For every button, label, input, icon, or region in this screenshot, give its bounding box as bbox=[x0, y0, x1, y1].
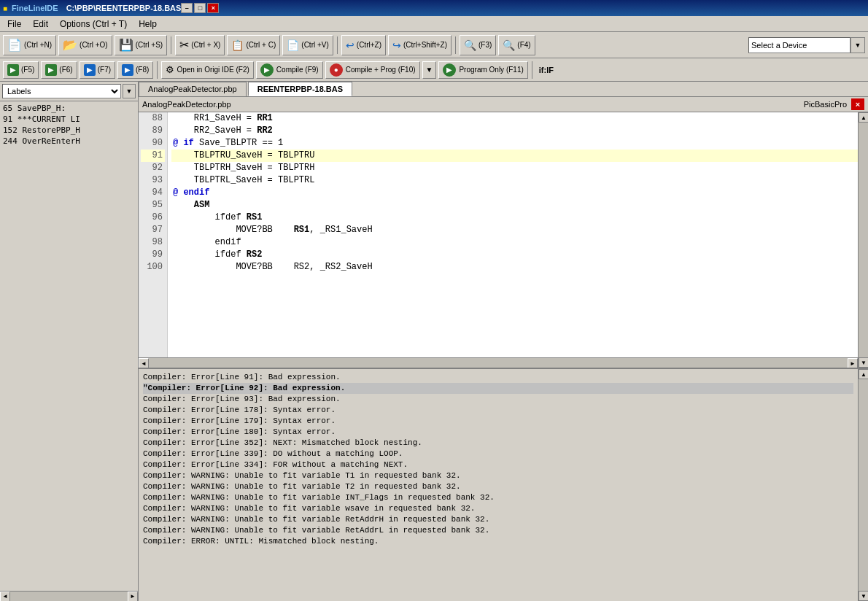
code-scroll-right[interactable]: ► bbox=[848, 358, 858, 368]
minimize-btn[interactable]: – bbox=[181, 3, 193, 13]
device-selector: ▼ bbox=[748, 37, 865, 53]
redo-icon: ↪ bbox=[392, 39, 401, 51]
sidebar-hscroll[interactable]: ◄ ► bbox=[0, 592, 138, 602]
compiler-label: PicBasicPro bbox=[804, 100, 847, 109]
save-button[interactable]: 💾 (Ctrl +S) bbox=[115, 35, 168, 55]
close-btn[interactable]: × bbox=[207, 3, 219, 13]
stepinto-button[interactable]: ▶ (F7) bbox=[80, 61, 115, 79]
output-scrollbar: ▲ ▼ bbox=[858, 369, 868, 601]
app-title: FineLineIDE C:\PBP\REENTERPBP-18.BAS bbox=[12, 4, 181, 12]
maximize-btn[interactable]: □ bbox=[194, 3, 206, 13]
sidebar-scrollbar: ◄ ► bbox=[0, 591, 138, 601]
code-vscrollbar: ▲ ▼ bbox=[858, 112, 868, 368]
save-icon: 💾 bbox=[119, 38, 133, 52]
device-dropdown-btn[interactable]: ▼ bbox=[850, 37, 865, 53]
stepover-label: (F8) bbox=[136, 66, 149, 74]
prog-only-button[interactable]: ▶ Program Only (F11) bbox=[438, 61, 527, 79]
cut-icon: ✂ bbox=[179, 38, 189, 52]
open-button[interactable]: 📂 (Ctrl +O) bbox=[58, 35, 112, 55]
device-input[interactable] bbox=[748, 37, 850, 53]
sidebar: Labels Variables Functions ▼ 65 SavePBP_… bbox=[0, 82, 139, 601]
menu-edit[interactable]: Edit bbox=[27, 18, 54, 31]
stepover-icon: ▶ bbox=[122, 64, 133, 76]
stepover-button[interactable]: ▶ (F8) bbox=[117, 61, 153, 79]
editor-close-btn[interactable]: × bbox=[851, 98, 864, 110]
code-lines[interactable]: RR1_SaveH = RR1 RR2_SaveH = RR2 @ if Sav… bbox=[168, 112, 858, 357]
compile-label: Compile (F9) bbox=[276, 66, 319, 74]
code-line-93: TBLPTRL_SaveH = TBLPTRL bbox=[171, 174, 858, 187]
code-line-89: RR2_SaveH = RR2 bbox=[171, 125, 858, 137]
tab-analog[interactable]: AnalogPeakDetector.pbp bbox=[139, 82, 247, 96]
window-controls: – □ × bbox=[181, 3, 219, 13]
compile-prog-button[interactable]: ● Compile + Prog (F10) bbox=[325, 61, 420, 79]
sidebar-content: 65 SavePBP_H: 91 ***CURRENT LI 152 Resto… bbox=[0, 101, 138, 591]
dropdown-arrow-button[interactable]: ▼ bbox=[422, 61, 437, 79]
menu-options[interactable]: Options (Ctrl + T) bbox=[54, 18, 133, 31]
output-line-4: Compiler: Error[Line 179]: Syntax error. bbox=[143, 416, 853, 427]
redo-label: (Ctrl+Shift+Z) bbox=[403, 41, 447, 49]
output-line-6: Compiler: Error[Line 352]: NEXT: Mismatc… bbox=[143, 438, 853, 449]
code-scroll-down[interactable]: ▼ bbox=[859, 357, 868, 368]
stepinto-label: (F7) bbox=[98, 66, 111, 74]
main-area: Labels Variables Functions ▼ 65 SavePBP_… bbox=[0, 82, 868, 601]
save-label: (Ctrl +S) bbox=[136, 41, 163, 49]
code-scroll-left[interactable]: ◄ bbox=[139, 358, 149, 368]
sidebar-scroll-left[interactable]: ◄ bbox=[0, 592, 10, 602]
sidebar-item-2[interactable]: 152 RestorePBP_H bbox=[1, 125, 136, 136]
code-line-92: TBLPTRH_SaveH = TBLPTRH bbox=[171, 162, 858, 174]
output-scroll-up[interactable]: ▲ bbox=[859, 369, 868, 379]
paste-button[interactable]: 📄 (Ctrl +V) bbox=[282, 35, 333, 55]
output-line-12: Compiler: WARNING: Unable to fit variabl… bbox=[143, 503, 853, 514]
output-line-0: Compiler: Error[Line 91]: Bad expression… bbox=[143, 372, 853, 383]
code-scroll-up[interactable]: ▲ bbox=[859, 112, 868, 123]
line-numbers: 88 89 90 91 92 93 94 95 96 97 98 99 bbox=[139, 112, 168, 357]
output-line-8: Compiler: Error[Line 334]: FOR without a… bbox=[143, 460, 853, 470]
code-line-91: TBLPTRU_SaveH = TBLPTRU bbox=[171, 150, 858, 162]
open-orig-icon: ⚙ bbox=[166, 64, 174, 75]
menu-file[interactable]: File bbox=[1, 18, 27, 31]
replace-button[interactable]: 🔍 (F4) bbox=[498, 35, 535, 55]
sidebar-scroll-track[interactable] bbox=[10, 592, 128, 602]
dropdown-arrow-icon: ▼ bbox=[426, 66, 433, 74]
output-line-2: Compiler: Error[Line 93]: Bad expression… bbox=[143, 394, 853, 405]
redo-button[interactable]: ↪ (Ctrl+Shift+Z) bbox=[388, 35, 452, 55]
tab-reenter[interactable]: REENTERPBP-18.BAS bbox=[248, 82, 352, 96]
output-line-13: Compiler: WARNING: Unable to fit variabl… bbox=[143, 514, 853, 525]
output-line-14: Compiler: WARNING: Unable to fit variabl… bbox=[143, 525, 853, 536]
compile-button[interactable]: ▶ Compile (F9) bbox=[256, 61, 323, 79]
find-button[interactable]: 🔍 (F3) bbox=[460, 35, 496, 55]
output-line-3: Compiler: Error[Line 178]: Syntax error. bbox=[143, 405, 853, 416]
sidebar-scroll-right[interactable]: ► bbox=[128, 592, 138, 602]
cut-button[interactable]: ✂ (Ctrl + X) bbox=[175, 35, 225, 55]
title-bar: ■ FineLineIDE C:\PBP\REENTERPBP-18.BAS –… bbox=[0, 0, 868, 16]
menu-help[interactable]: Help bbox=[133, 18, 163, 31]
open-orig-label: Open in Origi IDE (F2) bbox=[177, 66, 249, 74]
sidebar-item-1[interactable]: 91 ***CURRENT LI bbox=[1, 114, 136, 125]
sidebar-dropdown[interactable]: Labels Variables Functions bbox=[2, 84, 121, 98]
new-button[interactable]: 📄 (Ctrl +N) bbox=[3, 35, 56, 55]
code-hscroll-track[interactable] bbox=[149, 358, 848, 368]
run-button[interactable]: ▶ (F5) bbox=[3, 61, 39, 79]
code-line-94: @ endif bbox=[171, 187, 858, 199]
output-line-9: Compiler: WARNING: Unable to fit variabl… bbox=[143, 470, 853, 481]
sidebar-header: Labels Variables Functions ▼ bbox=[0, 82, 138, 101]
undo-button[interactable]: ↩ (Ctrl+Z) bbox=[341, 35, 386, 55]
output-line-15: Compiler: ERROR: UNTIL: Mismatched block… bbox=[143, 536, 853, 547]
sidebar-filter-btn[interactable]: ▼ bbox=[123, 84, 136, 98]
paste-icon: 📄 bbox=[287, 39, 299, 51]
sep-tb2-1 bbox=[157, 61, 158, 79]
toolbar-1: 📄 (Ctrl +N) 📂 (Ctrl +O) 💾 (Ctrl +S) ✂ (C… bbox=[0, 32, 868, 58]
sidebar-item-0[interactable]: 65 SavePBP_H: bbox=[1, 103, 136, 114]
output-line-10: Compiler: WARNING: Unable to fit variabl… bbox=[143, 481, 853, 492]
run-icon: ▶ bbox=[7, 64, 19, 76]
code-vscroll-track[interactable] bbox=[859, 123, 868, 357]
output-content: Compiler: Error[Line 91]: Bad expression… bbox=[139, 369, 858, 601]
sep-2 bbox=[337, 36, 338, 54]
copy-button[interactable]: 📋 (Ctrl + C) bbox=[227, 35, 280, 55]
step-button[interactable]: ▶ (F6) bbox=[41, 61, 77, 79]
sidebar-item-3[interactable]: 244 OverReEnterH bbox=[1, 136, 136, 147]
output-scroll-down[interactable]: ▼ bbox=[859, 591, 868, 601]
tabs-bar: AnalogPeakDetector.pbp REENTERPBP-18.BAS bbox=[139, 82, 868, 97]
output-vscroll-track[interactable] bbox=[859, 379, 868, 591]
open-orig-button[interactable]: ⚙ Open in Origi IDE (F2) bbox=[161, 61, 253, 79]
